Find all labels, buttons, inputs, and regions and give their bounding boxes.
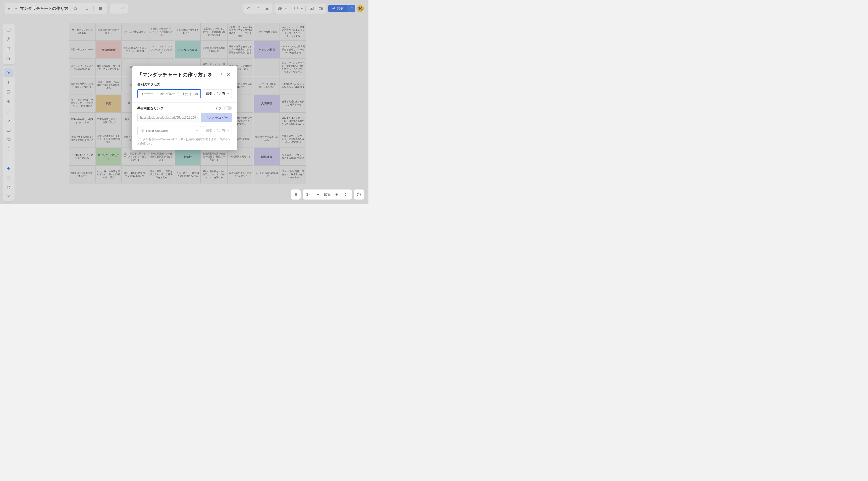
accessibility-icon[interactable] <box>304 190 312 199</box>
zoom-out-icon[interactable] <box>314 190 322 199</box>
individual-access-heading: 個別のアクセス <box>137 82 232 87</box>
permission-select-2[interactable]: 編集して共有 <box>203 126 232 135</box>
svg-point-21 <box>221 74 221 75</box>
zoom-level[interactable]: 57% <box>322 193 333 197</box>
link-field[interactable] <box>137 113 199 122</box>
dialog-more-icon[interactable] <box>218 71 225 78</box>
org-select[interactable]: Lucid Software <box>137 126 201 135</box>
permission-select[interactable]: 編集して共有 <box>203 89 232 98</box>
shareable-link-heading: 共有可能なリンク <box>137 106 163 111</box>
zoom-in-icon[interactable] <box>333 190 341 199</box>
close-icon[interactable] <box>225 71 232 78</box>
user-input[interactable] <box>137 89 201 98</box>
link-toggle[interactable] <box>224 106 232 110</box>
help-icon[interactable] <box>355 190 363 199</box>
link-hint: リンクがあるLucid Softwareのユーザーは編集や共有ができます。ログイ… <box>137 137 232 146</box>
svg-point-22 <box>221 76 221 76</box>
link-toggle-label: オフ <box>215 106 222 111</box>
share-dialog: 「マンダラチャートの作り方」を… 個別のアクセス 編集して共有 共有可能なリンク… <box>132 66 237 150</box>
svg-point-25 <box>307 193 308 194</box>
svg-point-20 <box>221 73 221 73</box>
list-icon[interactable] <box>291 190 300 199</box>
dialog-title: 「マンダラチャートの作り方」を… <box>137 71 218 78</box>
fullscreen-icon[interactable] <box>343 190 351 199</box>
copy-link-button[interactable]: リンクをコピー <box>201 113 232 122</box>
